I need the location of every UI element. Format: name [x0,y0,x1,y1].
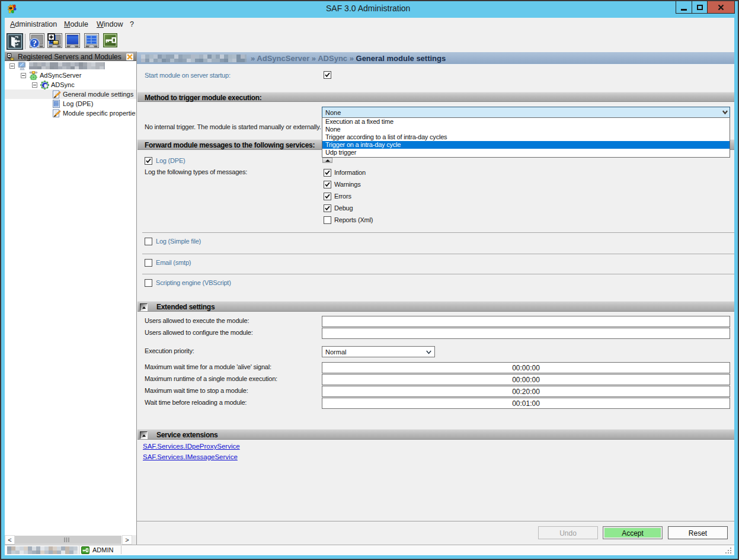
svg-text:?: ? [32,39,37,48]
